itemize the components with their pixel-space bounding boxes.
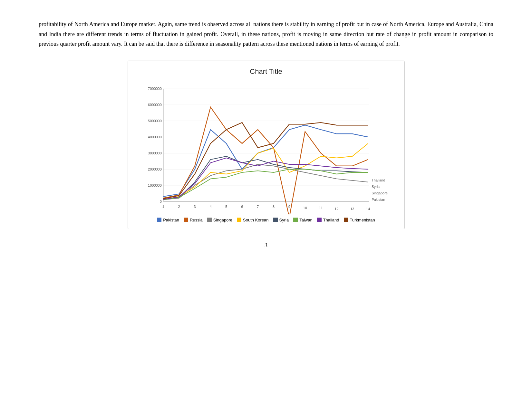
legend-color-south-korean (237, 218, 241, 222)
legend-label-south-korean: South Korean (243, 218, 269, 222)
svg-text:14: 14 (366, 207, 370, 211)
legend-color-thailand (317, 218, 322, 222)
legend-color-turkmenistan (344, 218, 348, 222)
svg-text:2: 2 (178, 204, 180, 208)
line-syria (163, 156, 368, 200)
svg-text:4: 4 (209, 204, 211, 208)
svg-text:1000000: 1000000 (148, 183, 162, 187)
svg-text:Syria: Syria (372, 184, 380, 188)
chart-container: Chart Title 0 1000000 2000000 3000000 40… (128, 61, 405, 229)
paragraph-text: profitability of North America and Europ… (39, 19, 493, 49)
legend-thailand: Thailand (317, 218, 339, 222)
legend-color-singapore (207, 218, 212, 222)
svg-text:8: 8 (272, 204, 274, 208)
svg-text:6: 6 (241, 204, 243, 208)
svg-text:9: 9 (288, 204, 290, 208)
legend-label-turkmenistan: Turkmenistan (350, 218, 375, 222)
legend-label-syria: Syria (279, 218, 289, 222)
legend-label-taiwan: Taiwan (299, 218, 312, 222)
legend-color-russia (184, 218, 188, 222)
svg-text:Pakistan: Pakistan (372, 197, 385, 201)
legend-color-pakistan (157, 218, 161, 222)
svg-text:10: 10 (303, 206, 307, 210)
legend-label-russia: Russia (190, 218, 203, 222)
legend-label-thailand: Thailand (323, 218, 339, 222)
legend-color-syria (273, 218, 278, 222)
page-number: 3 (39, 242, 493, 249)
svg-text:7000000: 7000000 (148, 87, 162, 91)
chart-area: 0 1000000 2000000 3000000 4000000 500000… (138, 79, 395, 214)
svg-text:4000000: 4000000 (148, 135, 162, 139)
svg-text:1: 1 (162, 204, 164, 208)
svg-text:11: 11 (319, 206, 323, 210)
svg-text:7: 7 (257, 204, 259, 208)
svg-text:3000000: 3000000 (148, 151, 162, 155)
line-russia (163, 107, 368, 214)
legend-pakistan: Pakistan (157, 218, 179, 222)
legend-turkmenistan: Turkmenistan (344, 218, 375, 222)
legend-russia: Russia (184, 218, 203, 222)
svg-text:Thailand: Thailand (372, 178, 385, 182)
svg-text:13: 13 (350, 207, 354, 211)
legend-south-korean: South Korean (237, 218, 269, 222)
svg-text:5000000: 5000000 (148, 119, 162, 123)
svg-text:3: 3 (194, 204, 196, 208)
chart-title: Chart Title (138, 67, 395, 76)
legend-label-singapore: Singapore (213, 218, 232, 222)
chart-legend: Pakistan Russia Singapore South Korean S… (138, 218, 395, 222)
svg-text:6000000: 6000000 (148, 103, 162, 107)
svg-text:12: 12 (334, 207, 338, 211)
chart-svg: 0 1000000 2000000 3000000 4000000 500000… (138, 79, 395, 214)
line-singapore (163, 164, 368, 200)
legend-label-pakistan: Pakistan (163, 218, 179, 222)
svg-text:5: 5 (225, 204, 227, 208)
svg-text:0: 0 (160, 199, 161, 203)
legend-color-taiwan (293, 218, 298, 222)
legend-singapore: Singapore (207, 218, 232, 222)
svg-text:Singapore: Singapore (372, 191, 388, 195)
svg-text:2000000: 2000000 (148, 167, 162, 171)
legend-syria: Syria (273, 218, 289, 222)
legend-taiwan: Taiwan (293, 218, 312, 222)
